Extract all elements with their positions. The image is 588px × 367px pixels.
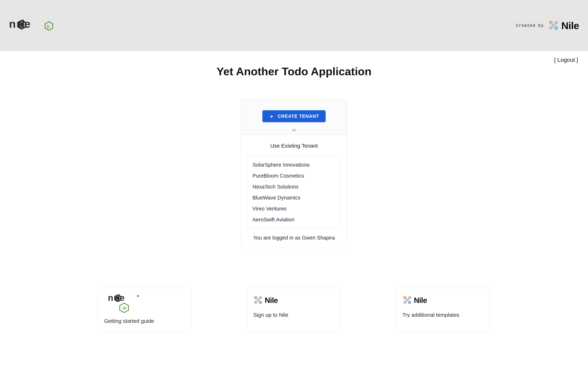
nile-wordmark: Nile [265, 296, 278, 305]
header-left [9, 17, 56, 34]
tenant-card: ＋ CREATE TENANT or Use Existing Tenant S… [241, 99, 347, 248]
logged-in-user: Gwen Shapira [302, 235, 335, 241]
footer-card-label: Getting started guide [104, 318, 186, 324]
footer-card-logo [104, 293, 186, 314]
footer-cards: Getting started guide Nile Sign up to Ni… [0, 259, 588, 342]
footer-card-getting-started[interactable]: Getting started guide [98, 288, 192, 332]
divider: or [241, 128, 347, 134]
header-right: Created by Nile [516, 20, 579, 32]
page-title: Yet Another Todo Application [7, 65, 581, 78]
create-tenant-label: CREATE TENANT [278, 114, 319, 119]
existing-tenant-heading: Use Existing Tenant [247, 143, 341, 149]
nile-wordmark: Nile [561, 20, 579, 31]
nile-wordmark: Nile [414, 296, 427, 305]
nile-mark-icon [402, 295, 412, 306]
nile-mark-icon [548, 20, 559, 32]
logout-link[interactable]: [ Logout ] [554, 57, 578, 63]
logged-in-status: You are logged in as Gwen Shapira [247, 229, 341, 242]
nodejs-logo-icon [104, 293, 145, 314]
create-tenant-button[interactable]: ＋ CREATE TENANT [262, 110, 326, 122]
footer-card-logo: Nile [253, 293, 335, 308]
tenant-item[interactable]: BlueWave Dynamics [247, 192, 341, 203]
nodejs-logo-icon [9, 17, 56, 34]
nile-logo: Nile [548, 20, 579, 32]
card-create-section: ＋ CREATE TENANT [241, 100, 347, 128]
tenant-item[interactable]: PureBloom Cosmetics [247, 170, 341, 181]
tenant-list: SolarSphere Innovations PureBloom Cosmet… [247, 156, 341, 229]
app-header: Created by Nile [0, 0, 588, 51]
logged-in-prefix: You are logged in as [253, 235, 302, 241]
main-content: Yet Another Todo Application ＋ CREATE TE… [0, 65, 588, 259]
footer-card-label: Try additional templates [402, 312, 484, 318]
footer-card-signup-nile[interactable]: Nile Sign up to Nile [247, 288, 341, 332]
created-by-label: Created by [516, 23, 544, 28]
nile-mark-icon [253, 295, 263, 306]
tenant-item[interactable]: Vireo Ventures [247, 203, 341, 214]
tenant-item[interactable]: NexaTech Solutions [247, 181, 341, 192]
tenant-item[interactable]: AeroSwift Aviation [247, 214, 341, 225]
footer-card-label: Sign up to Nile [253, 312, 335, 318]
footer-card-templates[interactable]: Nile Try additional templates [396, 288, 490, 332]
tenant-item[interactable]: SolarSphere Innovations [247, 159, 341, 170]
plus-icon: ＋ [269, 114, 274, 119]
existing-tenant-section: Use Existing Tenant SolarSphere Innovati… [241, 134, 347, 248]
divider-text: or [292, 128, 296, 132]
footer-card-logo: Nile [402, 293, 484, 308]
topbar: [ Logout ] [0, 51, 588, 63]
